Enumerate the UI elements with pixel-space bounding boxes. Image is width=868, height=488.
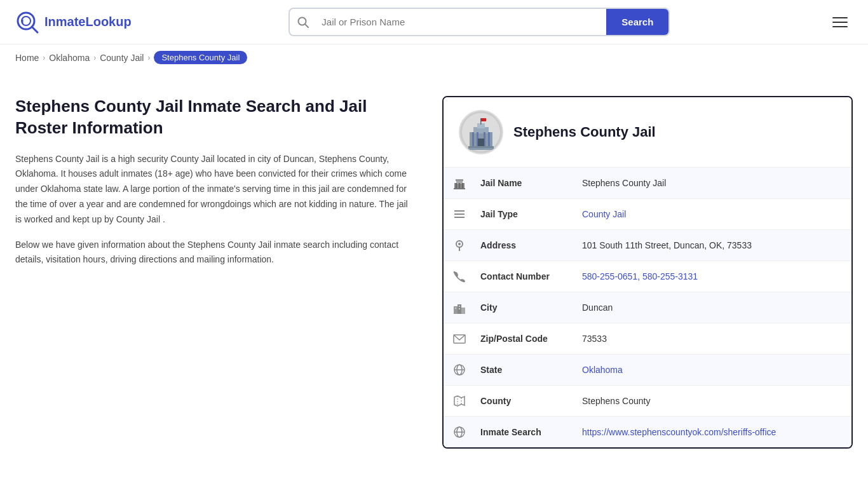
breadcrumb-state[interactable]: Oklahoma: [49, 53, 90, 63]
row-label: Address: [475, 231, 577, 259]
svg-rect-35: [455, 308, 456, 309]
search-button[interactable]: Search: [606, 9, 668, 35]
main-content: Stephens County Jail Inmate Search and J…: [0, 71, 868, 474]
info-value-link[interactable]: County Jail: [582, 209, 626, 219]
row-value[interactable]: 580-255-0651, 580-255-3131: [577, 262, 851, 290]
logo-icon: i: [15, 10, 39, 34]
jail-card-header: Stephens County Jail: [444, 97, 851, 167]
svg-rect-10: [472, 132, 474, 146]
svg-rect-24: [459, 183, 460, 188]
row-value[interactable]: Oklahoma: [577, 356, 851, 384]
table-row: Contact Number 580-255-0651, 580-255-313…: [444, 261, 851, 292]
info-value-text: 101 South 11th Street, Duncan, OK, 73533: [582, 240, 752, 250]
row-value[interactable]: https://www.stephenscountyok.com/sheriff…: [577, 418, 851, 446]
row-value: 73533: [577, 325, 851, 353]
jail-card-name: Stephens County Jail: [513, 124, 656, 140]
chevron-icon: ›: [93, 53, 96, 62]
table-row: State Oklahoma: [444, 354, 851, 385]
row-value: Stephens County Jail: [577, 169, 851, 197]
row-label: Jail Name: [475, 169, 577, 197]
svg-rect-13: [488, 132, 490, 146]
info-value-link[interactable]: 580-255-0651, 580-255-3131: [582, 271, 698, 281]
row-value: Stephens County: [577, 387, 851, 415]
table-row: Inmate Search https://www.stephenscounty…: [444, 416, 851, 447]
svg-rect-15: [468, 146, 494, 148]
table-row: Zip/Postal Code 73533: [444, 323, 851, 354]
table-row: Address 101 South 11th Street, Duncan, O…: [444, 229, 851, 261]
row-icon: [444, 199, 475, 229]
svg-rect-34: [461, 308, 465, 314]
row-label: Contact Number: [475, 262, 577, 290]
svg-rect-25: [462, 183, 463, 188]
breadcrumb-type[interactable]: County Jail: [100, 53, 144, 63]
row-icon: [444, 323, 475, 354]
row-label: State: [475, 356, 577, 384]
row-value: Duncan: [577, 294, 851, 322]
svg-rect-36: [459, 306, 460, 307]
row-label: Jail Type: [475, 200, 577, 228]
info-value-text: 73533: [582, 334, 607, 344]
table-row: City Duncan: [444, 292, 851, 323]
svg-point-30: [458, 243, 461, 245]
row-label: City: [475, 294, 577, 322]
hamburger-menu[interactable]: [827, 12, 853, 32]
row-icon: [444, 168, 475, 198]
svg-line-5: [305, 24, 308, 27]
page-title: Stephens County Jail Inmate Search and J…: [15, 96, 409, 139]
breadcrumb-home[interactable]: Home: [15, 53, 39, 63]
row-icon: [444, 355, 475, 385]
svg-line-1: [32, 27, 37, 32]
svg-rect-16: [467, 148, 495, 150]
search-icon: [290, 17, 316, 28]
info-value-text: Stephens County Jail: [582, 178, 666, 188]
info-value-link[interactable]: https://www.stephenscountyok.com/sheriff…: [582, 427, 776, 437]
info-rows: Jail Name Stephens County Jail Jail Type…: [444, 167, 851, 447]
table-row: Jail Type County Jail: [444, 198, 851, 229]
svg-rect-37: [459, 308, 460, 309]
table-row: Jail Name Stephens County Jail: [444, 167, 851, 198]
svg-rect-22: [454, 188, 465, 189]
right-column: Stephens County Jail Jail Name Stephens …: [442, 96, 853, 449]
svg-rect-27: [454, 214, 465, 215]
svg-rect-14: [478, 139, 484, 146]
chevron-icon: ›: [43, 53, 45, 62]
svg-rect-32: [454, 306, 458, 314]
svg-rect-21: [456, 179, 463, 181]
jail-card: Stephens County Jail Jail Name Stephens …: [442, 96, 853, 449]
left-column: Stephens County Jail Inmate Search and J…: [15, 96, 422, 449]
page-description-2: Below we have given information about th…: [15, 238, 409, 268]
row-label: County: [475, 387, 577, 415]
logo-link[interactable]: i InmateLookup: [15, 10, 132, 34]
page-description-1: Stephens County Jail is a high security …: [15, 152, 409, 227]
jail-avatar: [459, 110, 503, 154]
chevron-icon: ›: [147, 53, 150, 62]
info-value-link[interactable]: Oklahoma: [582, 365, 623, 375]
info-value-text: Duncan: [582, 302, 613, 313]
row-icon: [444, 261, 475, 292]
row-icon: [444, 292, 475, 323]
info-value-text: Stephens County: [582, 396, 650, 406]
row-value[interactable]: County Jail: [577, 200, 851, 228]
svg-rect-18: [481, 118, 486, 121]
header: i InmateLookup Search: [0, 0, 868, 44]
svg-text:i: i: [22, 17, 24, 26]
row-label: Zip/Postal Code: [475, 325, 577, 353]
row-icon: [444, 386, 475, 416]
svg-rect-26: [454, 210, 465, 212]
row-value: 101 South 11th Street, Duncan, OK, 73533: [577, 231, 851, 259]
search-input[interactable]: [316, 10, 606, 34]
breadcrumb-current: Stephens County Jail: [154, 51, 247, 64]
row-icon: [444, 417, 475, 447]
breadcrumb: Home › Oklahoma › County Jail › Stephens…: [0, 44, 868, 71]
row-icon: [444, 230, 475, 261]
row-label: Inmate Search: [475, 418, 577, 446]
table-row: County Stephens County: [444, 385, 851, 416]
svg-rect-28: [454, 217, 465, 218]
logo-text: InmateLookup: [44, 15, 132, 29]
svg-rect-23: [456, 183, 457, 188]
search-bar: Search: [288, 8, 670, 36]
